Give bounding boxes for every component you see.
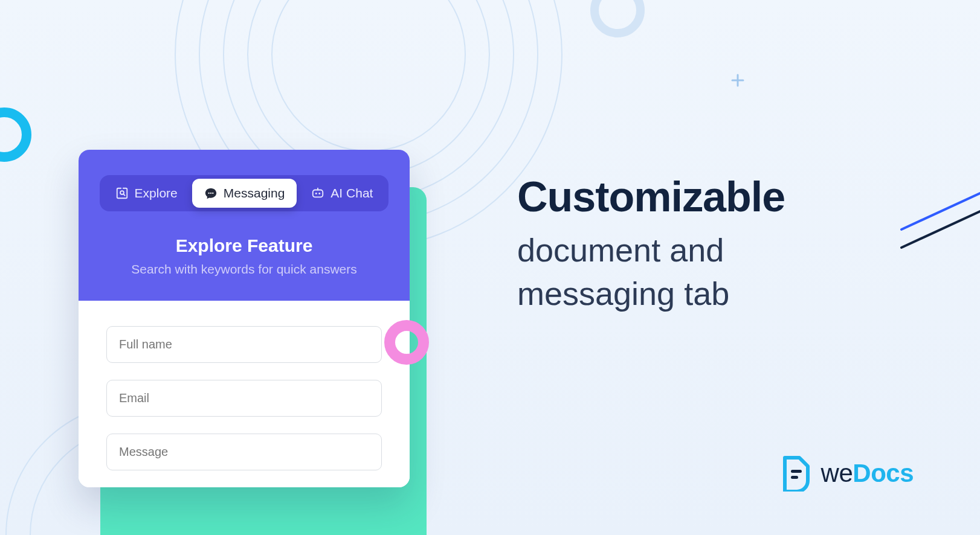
widget-title: Explore Feature: [95, 235, 393, 256]
tab-ai-chat-label: AI Chat: [330, 186, 373, 200]
assistant-widget: Explore Messaging AI Chat Explore Featur…: [79, 150, 410, 487]
svg-rect-17: [791, 476, 798, 479]
decorative-ring-top: [590, 0, 645, 37]
headline-line1: document and: [517, 232, 724, 268]
svg-line-6: [901, 211, 980, 248]
email-field[interactable]: [106, 380, 382, 417]
brand: weDocs: [780, 455, 914, 492]
messaging-icon: [204, 187, 218, 200]
headline-line: document and messaging tab: [517, 228, 871, 316]
decorative-slash-lines: [889, 187, 980, 262]
message-field[interactable]: [106, 434, 382, 470]
svg-point-12: [212, 193, 213, 194]
tabbar: Explore Messaging AI Chat: [100, 175, 389, 211]
full-name-field[interactable]: [106, 326, 382, 363]
headline: Customizable document and messaging tab: [517, 175, 871, 316]
tab-messaging-label: Messaging: [224, 186, 285, 200]
svg-point-11: [210, 193, 211, 194]
svg-point-15: [319, 193, 321, 194]
widget-body: [79, 301, 410, 487]
tab-messaging[interactable]: Messaging: [192, 179, 297, 208]
svg-point-10: [208, 193, 209, 194]
plus-icon: [731, 74, 744, 87]
widget-subtitle: Search with keywords for quick answers: [95, 262, 393, 277]
headline-line2: messaging tab: [517, 275, 729, 312]
brand-text: weDocs: [821, 459, 914, 488]
headline-bold: Customizable: [517, 175, 871, 220]
tab-explore[interactable]: Explore: [103, 179, 190, 208]
wedocs-logo-icon: [780, 455, 813, 492]
tab-explore-label: Explore: [135, 186, 178, 200]
widget-header: Explore Messaging AI Chat Explore Featur…: [79, 150, 410, 301]
svg-point-14: [315, 193, 317, 194]
explore-icon: [115, 187, 129, 200]
ai-chat-icon: [311, 187, 324, 200]
decorative-ring-left: [0, 107, 31, 162]
svg-rect-13: [313, 190, 323, 197]
svg-rect-16: [791, 470, 802, 473]
svg-line-5: [901, 193, 980, 229]
brand-suffix: Docs: [853, 459, 914, 487]
svg-point-0: [272, 0, 465, 151]
brand-prefix: we: [821, 459, 853, 487]
tab-ai-chat[interactable]: AI Chat: [299, 179, 385, 208]
svg-point-1: [248, 0, 489, 175]
promo-canvas: Explore Messaging AI Chat Explore Featur…: [0, 0, 980, 535]
